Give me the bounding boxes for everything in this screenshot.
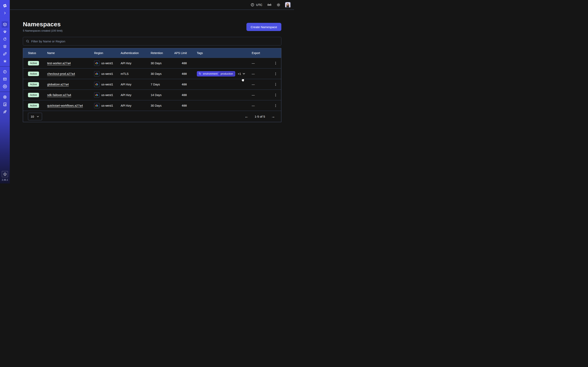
region-label: us-west1	[101, 83, 113, 86]
labs-toggle[interactable]	[267, 3, 272, 7]
aps-limit-value: 400	[174, 72, 197, 75]
namespace-link[interactable]: checkout-prod.a27a4	[47, 72, 75, 75]
billing-card-icon	[3, 77, 7, 81]
gauge-icon	[3, 70, 7, 74]
topbar: UTC	[10, 0, 294, 10]
page-size-value: 10	[31, 115, 34, 118]
sidebar: $ 2.35.1	[0, 0, 10, 184]
namespace-link[interactable]: quickstart-workflows.a27a4	[47, 104, 83, 107]
row-menu-kebab-icon[interactable]	[273, 103, 278, 108]
prev-page-arrow-icon[interactable]: ←	[245, 115, 249, 118]
sidebar-bottom: $ 2.35.1	[2, 171, 8, 184]
col-authentication: Authentication	[121, 51, 151, 55]
sidebar-item-deployments[interactable]	[0, 50, 10, 57]
sidebar-item-monitor[interactable]	[0, 29, 10, 35]
auth-label: API Key	[121, 62, 151, 65]
row-menu-kebab-icon[interactable]	[273, 92, 278, 98]
page-range-label: 1-5 of 5	[255, 115, 265, 118]
tag-key: environment	[203, 72, 218, 75]
sidebar-expand-chevron-icon[interactable]	[0, 10, 10, 16]
status-badge: Active	[28, 61, 39, 66]
sidebar-item-usage[interactable]	[0, 68, 10, 75]
temporal-logo-icon[interactable]	[0, 2, 10, 9]
layers-icon	[3, 44, 7, 49]
eye-spiral-icon	[3, 30, 7, 34]
row-menu-kebab-icon[interactable]	[273, 71, 278, 77]
table-row: Active sdk-failover.a27a4	[23, 90, 281, 100]
row-menu-kebab-icon[interactable]	[273, 82, 278, 87]
asterisk-icon	[3, 59, 7, 63]
sidebar-item-nexus[interactable]	[0, 58, 10, 64]
row-menu-kebab-icon[interactable]	[273, 60, 278, 66]
aps-limit-value: 400	[174, 83, 197, 86]
table-footer: 10 ← 1-5 of 5 →	[23, 111, 281, 122]
retention-label: 30 Days	[151, 104, 174, 107]
aps-limit-value: 400	[174, 104, 197, 107]
auth-label: mTLS	[121, 72, 151, 75]
table-row: Active globalizer.a27a4 u	[23, 79, 281, 90]
search-icon	[26, 39, 29, 43]
pager: ← 1-5 of 5 →	[245, 115, 275, 118]
region-label: us-west1	[101, 72, 113, 75]
tag-expand-chevron-icon[interactable]	[242, 72, 246, 75]
sidebar-divider	[0, 66, 10, 67]
timezone-selector[interactable]: UTC	[251, 3, 262, 7]
sidebar-item-docs[interactable]	[0, 101, 10, 108]
namespace-link[interactable]: globalizer.a27a4	[47, 83, 69, 86]
namespace-link[interactable]: test-worker.a27a4	[47, 62, 71, 65]
theme-toggle[interactable]	[277, 3, 281, 7]
region-label: us-west1	[101, 104, 113, 107]
page-header: Namespaces 5 Namespaces created (100 lim…	[23, 21, 281, 32]
sidebar-nav-account	[0, 68, 10, 90]
cube-icon	[3, 22, 7, 26]
sidebar-nav-help	[0, 94, 10, 115]
region-label: us-west1	[101, 62, 113, 65]
gcp-cloud-icon	[94, 71, 99, 76]
page-title: Namespaces	[23, 21, 62, 28]
export-value: —	[252, 83, 272, 86]
namespace-link[interactable]: sdk-failover.a27a4	[47, 93, 71, 97]
book-sparkles-icon	[3, 102, 7, 106]
status-badge: Active	[28, 72, 39, 76]
table-row: Active quickstart-workflows.a27a4	[23, 100, 281, 111]
table-header-row: Status Name Region Authentication Retent…	[23, 48, 281, 58]
sidebar-item-schedules[interactable]	[0, 36, 10, 42]
sidebar-divider	[0, 92, 10, 92]
export-value: —	[252, 62, 272, 65]
sidebar-item-getting-started[interactable]	[0, 108, 10, 115]
sidebar-item-queues[interactable]	[0, 43, 10, 50]
sidebar-item-settings[interactable]	[0, 83, 10, 90]
table-row: Active checkout-prod.a27a4	[23, 68, 281, 79]
sidebar-item-support[interactable]	[0, 94, 10, 100]
sidebar-item-namespaces[interactable]	[0, 21, 10, 28]
next-page-arrow-icon[interactable]: →	[271, 115, 275, 118]
table-row: Active test-worker.a27a4	[23, 58, 281, 68]
timer-icon	[3, 37, 7, 41]
app-version: 2.35.1	[2, 179, 8, 181]
filter-input[interactable]	[31, 40, 278, 43]
credits-badge-icon[interactable]: $	[2, 171, 8, 177]
create-namespace-button[interactable]: Create Namespace	[246, 23, 281, 31]
region-label: us-west1	[101, 93, 113, 97]
tag-value: production	[219, 72, 235, 76]
page-size-select[interactable]: 10	[28, 113, 42, 120]
gcp-cloud-icon	[94, 92, 99, 98]
user-avatar[interactable]	[285, 2, 291, 8]
namespaces-table: Status Name Region Authentication Retent…	[23, 48, 281, 122]
aps-limit-value: 400	[174, 93, 197, 97]
gcp-cloud-icon	[94, 82, 99, 87]
status-badge: Active	[28, 93, 39, 97]
namespaces-active-highlight	[2, 21, 8, 28]
rocket-icon	[3, 110, 7, 114]
sidebar-item-billing[interactable]	[0, 76, 10, 82]
retention-label: 7 Days	[151, 83, 174, 86]
filter-bar	[23, 37, 281, 45]
retention-label: 14 Days	[151, 93, 174, 97]
tag-pill[interactable]: environment production	[197, 71, 235, 76]
timezone-label: UTC	[256, 3, 262, 7]
retention-label: 30 Days	[151, 72, 174, 75]
branch-graph-icon	[3, 52, 7, 56]
export-value: —	[252, 72, 272, 75]
export-value: —	[252, 104, 272, 107]
gcp-cloud-icon	[94, 103, 99, 108]
